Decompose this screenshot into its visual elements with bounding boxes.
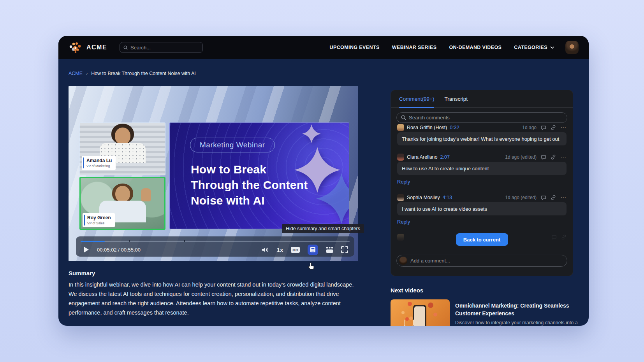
panel-tabs: Comment(99+) Transcript <box>391 90 573 108</box>
reply-bubble-icon[interactable] <box>541 125 546 130</box>
speaker-tile-amanda: Amanda Lu VP of Marketing <box>79 122 165 175</box>
breadcrumb-home-link[interactable]: ACME <box>69 71 83 76</box>
reply-bubble-icon <box>551 235 557 240</box>
acme-logo-icon <box>69 42 83 53</box>
comment-age: 1d ago (edited) <box>505 154 537 160</box>
captions-button[interactable]: CC <box>291 247 300 253</box>
summary-doc-icon <box>310 247 316 253</box>
comment-text: How to use AI to create unique content <box>397 162 567 175</box>
nav-item-categories-label: CATEGORIES <box>514 45 547 50</box>
avatar <box>397 124 404 131</box>
navbar: ACME UPCOMING EVENTS WEBINAR SERIES ON-D… <box>58 36 589 59</box>
comment-text: I want to use AI to create video assets <box>397 202 567 215</box>
nav-item-on-demand-videos[interactable]: ON-DEMAND VIDEOS <box>449 45 501 50</box>
more-options-icon[interactable]: ⋯ <box>560 126 567 129</box>
slide-title: How to BreakThrough the ContentNoise wit… <box>191 162 308 208</box>
search-input[interactable] <box>130 45 199 51</box>
speaker-roy-face <box>115 186 130 202</box>
seek-bar-progress <box>81 241 105 242</box>
user-avatar[interactable] <box>565 41 579 54</box>
copy-link-icon[interactable] <box>551 125 556 130</box>
comments-panel: Comment(99+) Transcript Rosa Griffin (Ho… <box>391 90 573 276</box>
thumbnail-decor <box>405 317 409 321</box>
speaker-title: VP of Sales <box>87 221 111 225</box>
summary-toggle-button-active[interactable] <box>308 245 318 255</box>
reply-bubble-icon[interactable] <box>541 195 546 200</box>
next-video-thumbnail[interactable] <box>391 299 450 326</box>
brand[interactable]: ACME <box>69 42 107 53</box>
comment-timestamp-link[interactable]: 2:07 <box>440 154 450 160</box>
comments-search-input[interactable] <box>409 115 563 121</box>
breadcrumb-separator-icon: › <box>86 71 88 76</box>
comment-author: Sophia Mosiley <box>407 195 440 200</box>
fullscreen-icon <box>341 246 348 253</box>
video-control-bar: 00:05:02 / 00:55:00 1x CC <box>76 236 354 257</box>
more-options-icon[interactable]: ⋯ <box>560 155 567 159</box>
time-display: 00:05:02 / 00:55:00 <box>97 247 141 253</box>
breadcrumb: ACME › How to Break Through the Content … <box>69 71 196 76</box>
seek-bar[interactable] <box>81 241 350 242</box>
comment-actions <box>551 234 567 240</box>
reply-link[interactable]: Reply <box>397 219 410 225</box>
thumbnail-phone-screen <box>414 306 425 326</box>
thumbnail-decor <box>409 317 413 320</box>
summary-toggle-tooltip: Hide summary and smart chapters <box>282 224 364 233</box>
more-options-icon[interactable]: ⋯ <box>560 196 567 199</box>
tab-comments[interactable]: Comment(99+) <box>399 90 434 107</box>
slide-star-shape-clipped <box>316 173 349 224</box>
comments-search[interactable] <box>396 112 567 123</box>
speaker-nametag-roy: Roy Green VP of Sales <box>83 213 115 227</box>
thumbnail-decor <box>433 313 437 317</box>
slide-badge: Marketing Webinar <box>190 138 275 152</box>
comment-timestamp-link[interactable]: 0:32 <box>450 125 459 130</box>
avatar <box>397 194 404 201</box>
fullscreen-button[interactable] <box>341 246 348 253</box>
summary-paragraph-2: Real-world examples showcase how brands … <box>69 325 360 326</box>
control-row: 00:05:02 / 00:55:00 1x CC <box>76 243 354 257</box>
reply-link[interactable]: Reply <box>397 179 410 185</box>
comment-row-header: Sophia Mosiley 4:13 1d ago (edited) ⋯ <box>397 194 567 201</box>
comment-actions: 1d ago ⋯ <box>522 125 567 130</box>
navbar-search[interactable] <box>120 42 203 53</box>
brand-name: ACME <box>86 44 107 51</box>
comment-timestamp-link[interactable]: 4:13 <box>443 195 452 200</box>
volume-icon <box>261 247 269 253</box>
video-player[interactable]: Amanda Lu VP of Marketing Roy Green VP o… <box>69 86 358 261</box>
reply-bubble-icon[interactable] <box>541 155 546 160</box>
thumbnail-decor <box>401 311 405 314</box>
controls-right: 1x CC <box>261 245 348 255</box>
speaker-roy-waving-hand <box>141 188 151 201</box>
nav-item-categories[interactable]: CATEGORIES <box>514 45 554 50</box>
presentation-slide: Marketing Webinar How to BreakThrough th… <box>169 122 349 229</box>
playback-speed-button[interactable]: 1x <box>277 247 283 253</box>
volume-button[interactable] <box>261 247 269 253</box>
play-button[interactable] <box>82 245 91 254</box>
copy-link-icon[interactable] <box>551 195 556 200</box>
nav-item-upcoming-events[interactable]: UPCOMING EVENTS <box>329 45 379 50</box>
thumbnail-decor <box>428 303 433 308</box>
copy-link-icon[interactable] <box>551 154 556 160</box>
tab-transcript[interactable]: Transcript <box>444 90 468 107</box>
summary-section: Summary In this insightful webinar, we d… <box>69 270 360 326</box>
summary-heading: Summary <box>69 270 360 276</box>
avatar <box>397 234 404 241</box>
chevron-down-icon <box>550 46 554 49</box>
comment-row-header: Rosa Griffin (Host) 0:32 1d ago ⋯ <box>397 124 567 131</box>
comment-actions: 1d ago (edited) ⋯ <box>505 154 567 160</box>
search-icon <box>401 115 406 120</box>
comment-actions: 1d ago (edited) ⋯ <box>505 195 567 200</box>
add-comment-field[interactable] <box>396 255 567 267</box>
search-icon <box>123 45 128 50</box>
next-video-title[interactable]: Omnichannel Marketing: Creating Seamless… <box>455 302 578 317</box>
add-comment-input[interactable] <box>410 258 565 264</box>
page-background: ACME UPCOMING EVENTS WEBINAR SERIES ON-D… <box>0 0 644 362</box>
comment-age: 1d ago (edited) <box>505 195 537 200</box>
back-to-current-button[interactable]: Back to current <box>456 233 508 246</box>
summary-paragraph-1: In this insightful webinar, we dive into… <box>69 280 360 317</box>
nav-item-webinar-series[interactable]: WEBINAR SERIES <box>392 45 437 50</box>
slide-star-shape-small <box>302 124 321 143</box>
smart-chapters-button[interactable] <box>326 247 333 253</box>
comment-row-header: Clara Arellano 2:07 1d ago (edited) ⋯ <box>397 153 567 161</box>
app-window: ACME UPCOMING EVENTS WEBINAR SERIES ON-D… <box>58 36 589 326</box>
video-frame: Amanda Lu VP of Marketing Roy Green VP o… <box>69 86 358 261</box>
